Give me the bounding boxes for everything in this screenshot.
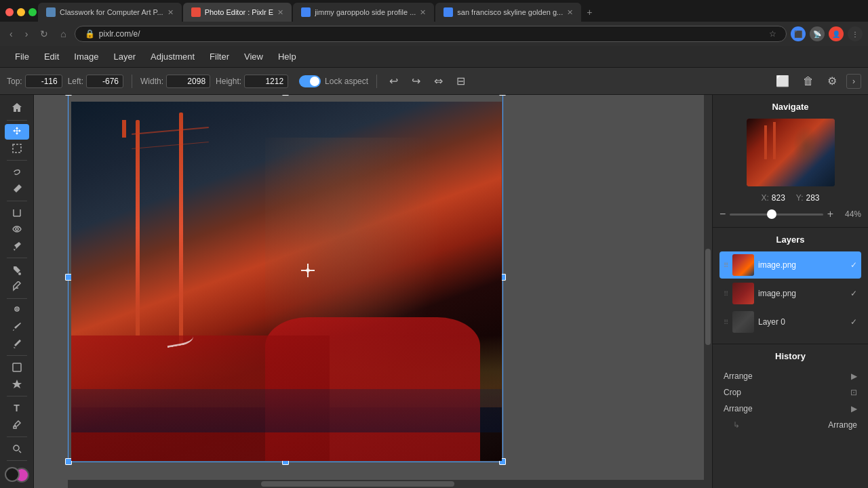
layer-drag-handle-2[interactable]: ⠿ xyxy=(724,290,728,298)
layer-name-1: image.png xyxy=(758,260,846,270)
svg-rect-4 xyxy=(13,363,21,371)
extensions-icon[interactable]: ⬛ xyxy=(791,26,806,41)
zoom-out-button[interactable]: − xyxy=(719,208,726,220)
tab-title-jimmy: jimmy garoppolo side profile ... xyxy=(315,8,416,16)
canvas-area[interactable] xyxy=(34,95,712,488)
tool-wand[interactable] xyxy=(5,181,29,197)
tool-clone[interactable] xyxy=(5,336,29,352)
tool-brush[interactable] xyxy=(5,319,29,335)
redo-button[interactable]: ↪ xyxy=(408,72,425,90)
menu-file[interactable]: File xyxy=(8,49,36,64)
tool-zoom[interactable] xyxy=(5,441,29,456)
browser-tab-jimmy[interactable]: jimmy garoppolo side profile ... ✕ xyxy=(293,3,434,22)
tab-close-sf[interactable]: ✕ xyxy=(567,8,573,17)
history-item-crop[interactable]: Crop ⊡ xyxy=(719,384,861,401)
layer-item-2[interactable]: ⠿ image.png ✓ xyxy=(719,280,861,307)
history-item-arrange-1[interactable]: Arrange ▶ xyxy=(719,368,861,384)
color-swatches[interactable] xyxy=(5,467,29,483)
left-input[interactable] xyxy=(86,75,123,88)
tab-close-pixlr[interactable]: ✕ xyxy=(277,8,283,17)
tab-close-classwork[interactable]: ✕ xyxy=(167,8,174,17)
layer-visibility-3[interactable]: ✓ xyxy=(850,317,857,327)
tool-stamp[interactable] xyxy=(5,303,29,319)
menu-edit[interactable]: Edit xyxy=(37,49,66,64)
lock-aspect-toggle[interactable] xyxy=(299,75,321,87)
expand-button[interactable]: › xyxy=(846,74,861,89)
tool-fill[interactable] xyxy=(5,262,29,278)
tab-close-jimmy[interactable]: ✕ xyxy=(420,8,426,17)
horizontal-scroll-thumb[interactable] xyxy=(261,481,454,487)
browser-tab-pixlr[interactable]: Photo Editor : Pixlr E ✕ xyxy=(183,3,292,22)
tab-title-classwork: Classwork for Computer Art P... xyxy=(60,8,163,16)
history-item-arrange-2[interactable]: Arrange ▶ xyxy=(719,401,861,417)
tool-text[interactable]: T xyxy=(5,401,29,416)
layer-visibility-2[interactable]: ✓ xyxy=(850,289,857,298)
history-item-arrange-sub[interactable]: ↳ Arrange xyxy=(719,417,861,433)
zoom-in-button[interactable]: + xyxy=(827,208,833,220)
zoom-percent: 44% xyxy=(837,209,861,219)
layer-item-1[interactable]: ⠿ image.png ✓ xyxy=(719,251,861,279)
tool-selection[interactable] xyxy=(5,141,29,157)
width-input[interactable] xyxy=(166,75,210,88)
home-nav-button[interactable]: ⌂ xyxy=(56,26,70,42)
background-color-swatch[interactable] xyxy=(5,467,20,482)
tool-crop[interactable] xyxy=(5,205,29,221)
cast-icon[interactable]: 📡 xyxy=(810,26,825,41)
menu-adjustment[interactable]: Adjustment xyxy=(144,49,201,64)
layer-drag-handle-1[interactable]: ⠿ xyxy=(724,262,728,269)
menu-view[interactable]: View xyxy=(237,49,270,64)
history-section: History Arrange ▶ Crop ⊡ Arrange ▶ ↳ Arr… xyxy=(713,344,868,488)
layer-visibility-1[interactable]: ✓ xyxy=(850,260,857,270)
tool-heal[interactable] xyxy=(5,222,29,237)
tool-lasso[interactable] xyxy=(5,165,29,180)
address-bar[interactable]: 🔒 pixlr.com/e/ ☆ xyxy=(75,26,787,42)
browser-tab-sf[interactable]: san francisco skyline golden g... ✕ xyxy=(435,3,581,22)
horizontal-scrollbar[interactable] xyxy=(68,480,712,488)
align-button[interactable]: ⊟ xyxy=(452,72,469,90)
flip-button[interactable]: ⇔ xyxy=(430,72,447,90)
frame-button[interactable]: ⬜ xyxy=(772,72,793,90)
navigate-preview[interactable] xyxy=(747,119,835,186)
layer-drag-handle-3[interactable]: ⠿ xyxy=(724,319,728,326)
height-input[interactable] xyxy=(244,75,288,88)
menu-layer[interactable]: Layer xyxy=(107,49,143,64)
delete-button[interactable]: 🗑 xyxy=(799,73,818,90)
tool-eyedrop[interactable] xyxy=(5,239,29,254)
history-arrange-sub-label: Arrange xyxy=(828,420,857,430)
history-arrange-icon-2: ▶ xyxy=(851,404,857,413)
tool-star[interactable] xyxy=(5,376,29,392)
browser-tab-classwork[interactable]: Classwork for Computer Art P... ✕ xyxy=(38,3,182,22)
tool-home[interactable] xyxy=(5,100,29,116)
settings-button[interactable]: ⚙ xyxy=(823,72,841,90)
tool-eyedrop2[interactable] xyxy=(5,417,29,432)
layer-item-3[interactable]: ⠿ Layer 0 ✓ xyxy=(719,308,861,336)
minimize-button[interactable] xyxy=(17,8,25,16)
lock-aspect-label: Lock aspect xyxy=(325,77,368,86)
nav-icons: ⬛ 📡 👤 ⋮ xyxy=(791,26,863,41)
bookmark-icon[interactable]: ☆ xyxy=(769,29,776,39)
tool-eraser[interactable] xyxy=(5,279,29,294)
zoom-slider[interactable] xyxy=(730,214,823,216)
lock-aspect-container: Lock aspect xyxy=(299,75,368,87)
menu-image[interactable]: Image xyxy=(67,49,105,64)
undo-button[interactable]: ↩ xyxy=(385,72,402,90)
reload-button[interactable]: ↻ xyxy=(36,26,52,42)
text-icon: T xyxy=(14,403,20,413)
vertical-scroll-thumb[interactable] xyxy=(705,249,711,345)
vertical-scrollbar[interactable] xyxy=(704,95,712,480)
new-tab-button[interactable]: + xyxy=(583,4,596,20)
window-controls[interactable] xyxy=(5,7,37,18)
forward-button[interactable]: › xyxy=(21,26,33,42)
back-button[interactable]: ‹ xyxy=(5,26,17,42)
menu-dots-icon[interactable]: ⋮ xyxy=(848,26,863,41)
tool-shape[interactable] xyxy=(5,360,29,375)
close-button[interactable] xyxy=(5,8,14,16)
profile-icon[interactable]: 👤 xyxy=(829,26,844,41)
top-input[interactable] xyxy=(25,75,62,88)
menu-filter[interactable]: Filter xyxy=(203,49,236,64)
x-label: X: xyxy=(761,193,768,203)
zoom-row: − + 44% xyxy=(719,208,861,220)
menu-help[interactable]: Help xyxy=(271,49,303,64)
tool-move[interactable] xyxy=(5,124,29,140)
maximize-button[interactable] xyxy=(28,8,37,16)
